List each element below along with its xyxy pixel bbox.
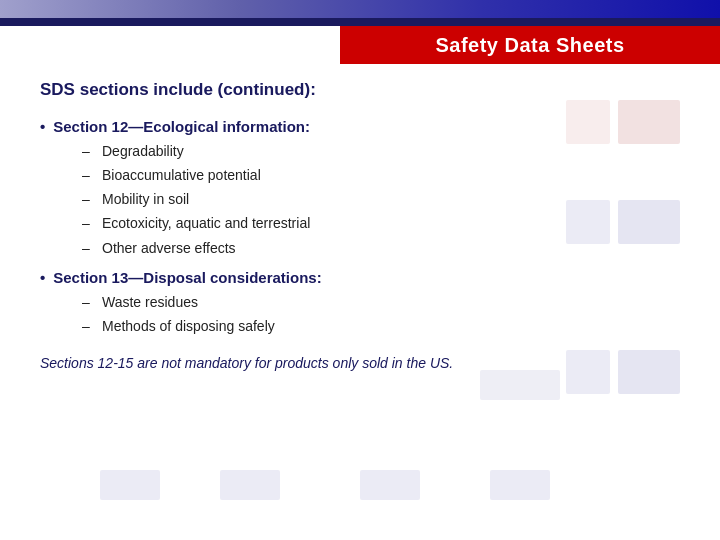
- item-text: Other adverse effects: [102, 238, 236, 259]
- list-item: – Methods of disposing safely: [82, 316, 680, 337]
- section-12-extra: – Other adverse effects: [82, 238, 680, 259]
- section-intro: SDS sections include (continued):: [40, 80, 680, 100]
- dash-icon: –: [82, 141, 94, 162]
- list-item: – Bioaccumulative potential: [82, 165, 680, 186]
- title-bar: Safety Data Sheets: [340, 26, 720, 64]
- item-text: Ecotoxicity, aquatic and terrestrial: [102, 213, 310, 234]
- section-12-subitems: – Degradability – Bioaccumulative potent…: [82, 141, 680, 234]
- dash-icon: –: [82, 213, 94, 234]
- section-13-subitems: – Waste residues – Methods of disposing …: [82, 292, 680, 337]
- item-text: Bioaccumulative potential: [102, 165, 261, 186]
- section-12-block: • Section 12—Ecological information: – D…: [40, 118, 680, 259]
- bullet-dot-13: •: [40, 269, 45, 286]
- main-content: SDS sections include (continued): • Sect…: [40, 80, 680, 520]
- dash-icon: –: [82, 189, 94, 210]
- item-text: Waste residues: [102, 292, 198, 313]
- top-gradient-bar: [0, 0, 720, 18]
- mandatory-note: Sections 12-15 are not mandatory for pro…: [40, 355, 680, 371]
- bullet-dot-12: •: [40, 118, 45, 135]
- section-13-block: • Section 13—Disposal considerations: – …: [40, 269, 680, 337]
- list-item: – Degradability: [82, 141, 680, 162]
- list-item: – Waste residues: [82, 292, 680, 313]
- list-item: – Ecotoxicity, aquatic and terrestrial: [82, 213, 680, 234]
- dash-icon: –: [82, 316, 94, 337]
- dash-icon: –: [82, 292, 94, 313]
- dash-icon: –: [82, 238, 94, 259]
- list-item: – Other adverse effects: [82, 238, 680, 259]
- item-text: Methods of disposing safely: [102, 316, 275, 337]
- section-13-label: Section 13—Disposal considerations:: [53, 269, 321, 286]
- section-12-title: • Section 12—Ecological information:: [40, 118, 680, 135]
- item-text: Mobility in soil: [102, 189, 189, 210]
- section-13-title: • Section 13—Disposal considerations:: [40, 269, 680, 286]
- page-title: Safety Data Sheets: [435, 34, 624, 57]
- navy-bar: [0, 18, 720, 26]
- list-item: – Mobility in soil: [82, 189, 680, 210]
- item-text: Degradability: [102, 141, 184, 162]
- dash-icon: –: [82, 165, 94, 186]
- section-12-label: Section 12—Ecological information:: [53, 118, 310, 135]
